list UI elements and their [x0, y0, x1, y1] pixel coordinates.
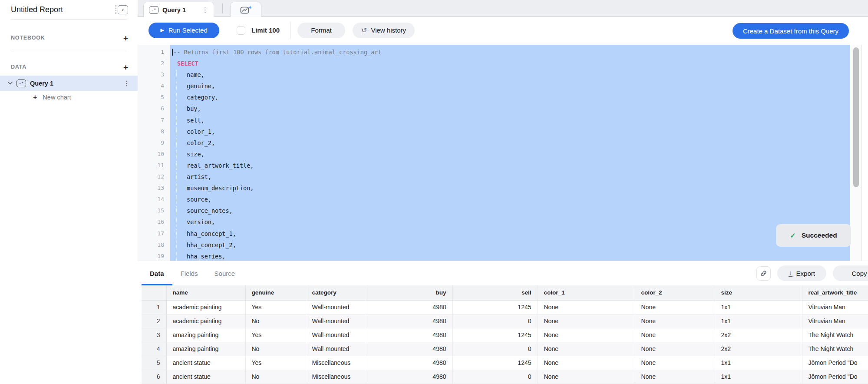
table-row[interactable]: 3amazing paintingYesWall-mounted49801245… [142, 328, 868, 342]
code-line[interactable]: SELECT [170, 58, 850, 69]
editor-scrollbar-track[interactable] [850, 45, 862, 261]
table-cell[interactable]: 1x1 [715, 356, 802, 370]
copy-link-button[interactable] [756, 266, 771, 281]
code-line[interactable]: museum_description, [170, 182, 850, 194]
row-number-cell[interactable]: 1 [142, 300, 166, 314]
limit-100-checkbox[interactable] [237, 26, 245, 35]
table-cell[interactable]: Miscellaneous [306, 356, 365, 370]
table-cell[interactable]: None [635, 356, 715, 370]
code-line[interactable]: name, [170, 69, 850, 80]
column-header-buy[interactable]: buy [365, 285, 452, 300]
code-line[interactable]: sell, [170, 115, 850, 126]
format-button[interactable]: Format [297, 23, 345, 38]
code-line[interactable]: color_2, [170, 137, 850, 149]
code-line[interactable]: artist, [170, 171, 850, 182]
code-line[interactable]: -- Returns first 100 rows from tutorial.… [170, 46, 850, 58]
table-cell[interactable]: The Night Watch [802, 342, 868, 356]
code-line[interactable]: genuine, [170, 80, 850, 92]
table-cell[interactable]: 4980 [365, 300, 452, 314]
limit-100-control[interactable]: Limit 100 [237, 26, 280, 35]
table-row[interactable]: 5ancient statueYesMiscellaneous49801245N… [142, 356, 868, 370]
table-cell[interactable]: 1245 [452, 328, 538, 342]
table-cell[interactable]: 1245 [452, 356, 538, 370]
code-line[interactable]: hha_series, [170, 251, 850, 262]
code-line[interactable]: hha_concept_2, [170, 239, 850, 251]
table-cell[interactable]: None [538, 370, 635, 384]
table-cell[interactable]: Yes [245, 300, 306, 314]
table-cell[interactable]: 4980 [365, 328, 452, 342]
table-cell[interactable]: academic painting [166, 314, 245, 328]
table-cell[interactable]: Wall-mounted [306, 314, 365, 328]
copy-button[interactable]: Copy [833, 265, 868, 281]
table-cell[interactable]: Miscellaneous [306, 370, 365, 384]
table-cell[interactable]: None [538, 356, 635, 370]
row-number-cell[interactable]: 2 [142, 314, 166, 328]
collapse-sidebar-button[interactable]: ‹ [116, 5, 128, 14]
query-menu-kebab-icon[interactable]: ⋮ [123, 80, 130, 86]
column-header-size[interactable]: size [715, 285, 802, 300]
table-cell[interactable]: 4980 [365, 342, 452, 356]
table-cell[interactable]: Yes [245, 356, 306, 370]
column-header-name[interactable]: name [166, 285, 245, 300]
table-cell[interactable]: None [635, 300, 715, 314]
code-line[interactable]: category, [170, 92, 850, 103]
row-number-cell[interactable]: 5 [142, 356, 166, 370]
code-line[interactable]: source, [170, 194, 850, 205]
editor-scrollbar-thumb[interactable] [853, 47, 859, 187]
column-header-rownum[interactable] [142, 285, 166, 300]
table-cell[interactable]: 1x1 [715, 314, 802, 328]
table-cell[interactable]: 0 [452, 342, 538, 356]
table-cell[interactable]: 0 [452, 370, 538, 384]
table-cell[interactable]: 4980 [365, 356, 452, 370]
code-line[interactable]: version, [170, 216, 850, 228]
code-line[interactable]: source_notes, [170, 205, 850, 216]
table-cell[interactable]: ancient statue [166, 356, 245, 370]
table-row[interactable]: 4amazing paintingNoWall-mounted49800None… [142, 342, 868, 356]
column-header-color_1[interactable]: color_1 [538, 285, 635, 300]
code-area[interactable]: -- Returns first 100 rows from tutorial.… [170, 45, 850, 261]
add-notebook-cell-button[interactable]: + [123, 34, 128, 42]
table-cell[interactable]: academic painting [166, 300, 245, 314]
tab-add-chart[interactable]: + [230, 2, 261, 17]
table-cell[interactable]: None [635, 370, 715, 384]
run-selected-button[interactable]: ▶ Run Selected [149, 23, 219, 38]
results-tab-source[interactable]: Source [206, 261, 244, 285]
add-data-button[interactable]: + [123, 63, 128, 71]
table-cell[interactable]: None [635, 342, 715, 356]
column-header-category[interactable]: category [306, 285, 365, 300]
code-line[interactable]: size, [170, 149, 850, 160]
column-header-real_artwork_title[interactable]: real_artwork_title [802, 285, 868, 300]
table-cell[interactable]: 2x2 [715, 328, 802, 342]
table-cell[interactable]: None [635, 328, 715, 342]
new-chart-button[interactable]: + New chart [0, 91, 138, 104]
table-cell[interactable]: None [635, 314, 715, 328]
table-cell[interactable]: None [538, 314, 635, 328]
column-header-sell[interactable]: sell [452, 285, 538, 300]
table-cell[interactable]: amazing painting [166, 328, 245, 342]
table-cell[interactable]: 4980 [365, 314, 452, 328]
table-cell[interactable]: None [538, 342, 635, 356]
table-cell[interactable]: Wall-mounted [306, 328, 365, 342]
table-cell[interactable]: No [245, 314, 306, 328]
results-table[interactable]: namegenuinecategorybuysellcolor_1color_2… [142, 285, 868, 384]
table-cell[interactable]: Vitruvian Man [802, 314, 868, 328]
table-cell[interactable]: None [538, 300, 635, 314]
table-cell[interactable]: 1x1 [715, 300, 802, 314]
table-cell[interactable]: 1245 [452, 300, 538, 314]
sidebar-item-query-1[interactable]: -* Query 1 ⋮ [0, 76, 138, 91]
tab-menu-kebab-icon[interactable]: ⋮ [202, 7, 208, 13]
table-cell[interactable]: Yes [245, 328, 306, 342]
table-cell[interactable]: ancient statue [166, 370, 245, 384]
table-cell[interactable]: Wall-mounted [306, 300, 365, 314]
chevron-down-icon[interactable] [8, 82, 13, 85]
column-header-genuine[interactable]: genuine [245, 285, 306, 300]
table-cell[interactable]: None [538, 328, 635, 342]
table-row[interactable]: 6ancient statueNoMiscellaneous49800NoneN… [142, 370, 868, 384]
report-title[interactable]: Untitled Report [11, 5, 63, 14]
code-line[interactable]: real_artwork_title, [170, 160, 850, 171]
code-line[interactable]: color_1, [170, 126, 850, 137]
table-row[interactable]: 1academic paintingYesWall-mounted4980124… [142, 300, 868, 314]
table-cell[interactable]: 1x1 [715, 370, 802, 384]
table-cell[interactable]: The Night Watch [802, 328, 868, 342]
table-cell[interactable]: 2x2 [715, 342, 802, 356]
